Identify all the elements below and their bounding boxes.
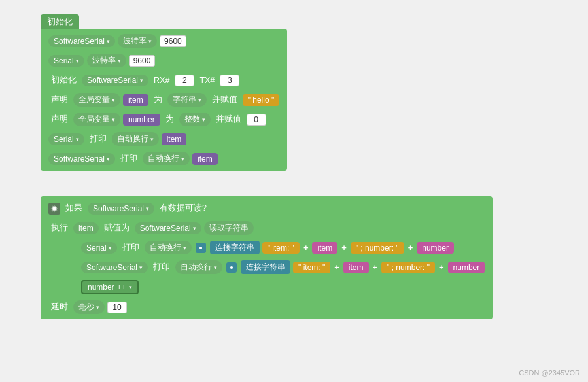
row-declare-number: 声明 全局变量 ▾ number 为 整数 ▾ 并赋值 0 [48,113,279,126]
tx-value[interactable]: 3 [220,75,239,86]
row-init-serial: 初始化 SoftwareSerial ▾ RX# 2 TX# 3 [48,73,279,87]
init-label: 初始化 [48,73,79,87]
init-header: 初始化 [41,14,79,29]
assign-label-2: 并赋值 [213,113,244,126]
global-var-pill-1[interactable]: 全局变量 ▾ [73,93,120,107]
software-serial-pill-6[interactable]: SoftwareSerial ▾ [81,262,148,273]
init-block-group: 初始化 SoftwareSerial ▾ 波特率 ▾ 9600 [41,14,287,171]
has-data-label: 有数据可读? [157,201,209,215]
print-label-3: 打印 [120,241,142,254]
row-serial-baud: Serial ▾ 波特率 ▾ 9600 [48,54,279,67]
item-str-literal-1[interactable]: " item: " [262,242,300,254]
plus-4: + [333,262,341,272]
number-str-literal-2[interactable]: " ; number: " [381,262,435,273]
main-canvas: 初始化 SoftwareSerial ▾ 波特率 ▾ 9600 [0,0,588,382]
init-body: SoftwareSerial ▾ 波特率 ▾ 9600 Serial ▾ [41,29,287,171]
software-serial-pill-5[interactable]: SoftwareSerial ▾ [135,222,201,234]
software-serial-pill-3[interactable]: SoftwareSerial ▾ [48,153,115,165]
software-serial-pill[interactable]: SoftwareSerial ▾ [48,35,115,47]
svg-point-2 [230,266,233,268]
global-var-pill-2[interactable]: 全局变量 ▾ [73,113,120,126]
number-str-literal-1[interactable]: " ; number: " [351,242,404,254]
plus-5: + [372,262,379,272]
item-str-literal-2[interactable]: " item: " [293,262,330,273]
auto-newline-pill-3[interactable]: 自动换行 ▾ [145,241,192,254]
concat-block-1: 连接字符串 [210,241,260,254]
concat-gear-icon-1[interactable] [196,243,206,253]
serial-pill-3[interactable]: Serial ▾ [81,242,117,254]
zero-value[interactable]: 0 [247,114,266,126]
baud-rate-pill-2[interactable]: 波特率 ▾ [87,54,126,67]
software-serial-pill-4[interactable]: SoftwareSerial ▾ [88,203,154,215]
item-assign-pill[interactable]: item [73,222,99,234]
print-label-4: 打印 [150,260,173,274]
svg-point-1 [199,246,202,249]
for-label-2: 为 [163,113,177,126]
item-var-4[interactable]: item [312,242,337,254]
delay-label: 延时 [48,300,71,314]
int-type-pill[interactable]: 整数 ▾ [179,113,211,126]
row-if-condition: 如果 SoftwareSerial ▾ 有数据可读? [48,201,485,215]
declare-label-2: 声明 [48,113,71,126]
read-string-pill[interactable]: 读取字符串 [204,221,254,235]
row-software-serial-print: SoftwareSerial ▾ 打印 自动换行 ▾ item [48,152,279,165]
number-var-3[interactable]: number [448,262,485,273]
baud-value-2[interactable]: 9600 [129,55,156,67]
row-declare-item: 声明 全局变量 ▾ item 为 字符串 ▾ 并赋值 " hello " [48,93,279,107]
loop-body: 如果 SoftwareSerial ▾ 有数据可读? 执行 item 赋值为 S… [41,196,493,319]
row-delay: 延时 毫秒 ▾ 10 [48,300,485,314]
auto-newline-pill-2[interactable]: 自动换行 ▾ [143,152,190,165]
plus-3: + [407,243,415,252]
baud-rate-pill-1[interactable]: 波特率 ▾ [118,34,157,48]
gear-icon[interactable] [48,203,60,215]
assign-label-1: 并赋值 [209,93,240,107]
serial-pill-2[interactable]: Serial ▾ [48,133,84,145]
row-soft-serial-concat: SoftwareSerial ▾ 打印 自动换行 ▾ 连接字符串 " item:… [48,260,485,274]
concat-block-2: 连接字符串 [241,260,290,274]
software-serial-pill-2[interactable]: SoftwareSerial ▾ [82,75,148,86]
plus-6: + [438,262,445,272]
tx-label: TX# [197,75,217,86]
row-serial-concat: Serial ▾ 打印 自动换行 ▾ 连接字符串 " item: " [48,241,485,254]
baud-value-1[interactable]: 9600 [160,35,186,47]
item-var-1[interactable]: item [123,94,148,106]
auto-newline-pill-1[interactable]: 自动换行 ▾ [112,132,159,146]
row-software-serial-baud: SoftwareSerial ▾ 波特率 ▾ 9600 [48,34,279,48]
serial-pill-1[interactable]: Serial ▾ [48,55,84,67]
plus-1: + [302,243,310,252]
print-label-2: 打印 [118,152,140,165]
rx-label: RX# [151,75,172,86]
assign-to-label: 赋值为 [101,221,132,235]
delay-value[interactable]: 10 [107,302,127,313]
concat-gear-icon-2[interactable] [226,262,237,273]
plus-2: + [340,243,348,252]
item-var-5[interactable]: item [343,262,369,273]
execute-label: 执行 [48,221,71,235]
print-label-1: 打印 [87,132,109,146]
delay-unit-pill[interactable]: 毫秒 ▾ [73,300,105,314]
item-var-3[interactable]: item [192,153,218,165]
row-increment: number ++ ▾ [48,280,485,294]
watermark: CSDN @2345VOR [519,369,580,377]
declare-label-1: 声明 [48,93,71,107]
string-type-pill[interactable]: 字符串 ▾ [167,93,207,107]
rx-value[interactable]: 2 [175,75,194,86]
hello-literal[interactable]: " hello " [243,94,280,106]
for-label-1: 为 [151,93,165,107]
row-serial-print-1: Serial ▾ 打印 自动换行 ▾ item [48,132,279,146]
item-var-2[interactable]: item [162,133,187,145]
if-label: 如果 [63,201,85,215]
number-var-1[interactable]: number [123,114,160,126]
increment-block[interactable]: number ++ ▾ [81,280,139,294]
auto-newline-pill-4[interactable]: 自动换行 ▾ [175,260,222,274]
number-var-2[interactable]: number [417,242,454,254]
row-execute-header: 执行 item 赋值为 SoftwareSerial ▾ 读取字符串 [48,221,485,235]
loop-block-group: 如果 SoftwareSerial ▾ 有数据可读? 执行 item 赋值为 S… [41,196,493,319]
